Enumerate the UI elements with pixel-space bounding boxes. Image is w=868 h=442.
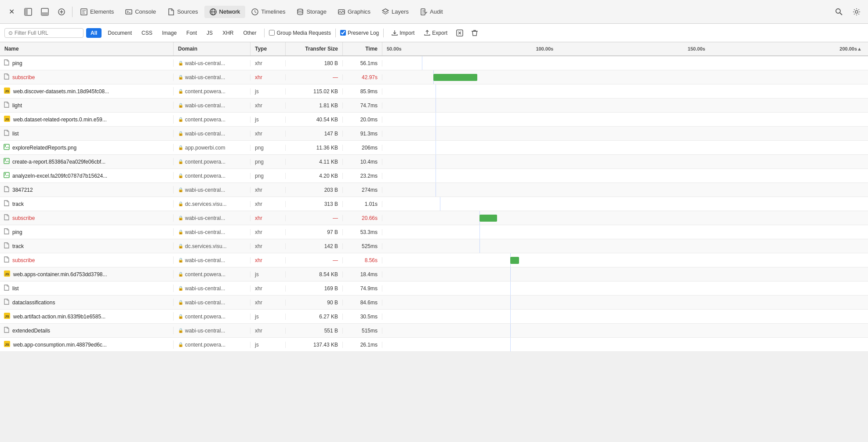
table-row[interactable]: JS web.apps-container.min.6d753dd3798...… [0, 267, 868, 281]
lock-icon: 🔒 [178, 75, 183, 80]
table-row[interactable]: dataclassifications 🔒 wabi-us-central...… [0, 296, 868, 310]
lock-icon: 🔒 [178, 328, 183, 333]
file-name: track [12, 243, 24, 249]
col-header-time[interactable]: Time [343, 42, 382, 55]
tab-console[interactable]: Console [120, 6, 161, 18]
filter-url-input[interactable] [15, 30, 76, 36]
import-button[interactable]: Import [388, 28, 418, 38]
filter-js-button[interactable]: JS [203, 28, 216, 38]
cell-size: — [286, 215, 343, 221]
cell-name: subscribe [0, 214, 174, 222]
settings-button[interactable] [849, 4, 864, 20]
preserve-log-checkbox[interactable] [340, 30, 346, 36]
table-row[interactable]: subscribe 🔒 wabi-us-central... xhr — 8.5… [0, 253, 868, 267]
cell-domain: 🔒 wabi-us-central... [174, 285, 251, 292]
waterfall-container [382, 70, 868, 84]
cell-type: xhr [251, 131, 286, 137]
search-button[interactable] [831, 4, 847, 20]
dock-left-button[interactable] [20, 4, 36, 20]
table-row[interactable]: JS web.artifact-action.min.633f9b1e6585.… [0, 310, 868, 324]
table-row[interactable]: subscribe 🔒 wabi-us-central... xhr — 42.… [0, 70, 868, 84]
delete-button[interactable] [469, 27, 481, 39]
table-row[interactable]: track 🔒 dc.services.visu... xhr 142 B 52… [0, 239, 868, 253]
table-row[interactable]: ping 🔒 wabi-us-central... xhr 97 B 53.3m… [0, 225, 868, 239]
waterfall-container [382, 253, 868, 267]
table-row[interactable]: subscribe 🔒 wabi-us-central... xhr — 20.… [0, 211, 868, 225]
tab-timelines[interactable]: Timelines [246, 6, 291, 18]
col-header-type[interactable]: Type [251, 42, 286, 55]
lock-icon: 🔒 [178, 89, 183, 94]
table-row[interactable]: JS web.dataset-related-reports.0.min.e59… [0, 113, 868, 127]
table-row[interactable]: extendedDetails 🔒 wabi-us-central... xhr… [0, 324, 868, 338]
svg-point-33 [5, 173, 6, 175]
close-button[interactable]: ✕ [4, 4, 19, 20]
lock-icon: 🔒 [178, 201, 183, 206]
cell-waterfall [382, 70, 868, 84]
cell-time: 56.1ms [343, 60, 382, 66]
group-media-checkbox[interactable] [269, 30, 275, 36]
table-row[interactable]: light 🔒 wabi-us-central... xhr 1.81 KB 7… [0, 99, 868, 113]
table-row[interactable]: exploreRelatedReports.png 🔒 app.powerbi.… [0, 141, 868, 155]
col-header-name[interactable]: Name [0, 42, 174, 55]
tab-layers[interactable]: Layers [377, 6, 414, 18]
col-header-domain[interactable]: Domain [174, 42, 251, 55]
tab-elements[interactable]: Elements [75, 6, 119, 18]
filter-document-button[interactable]: Document [104, 28, 135, 38]
table-row[interactable]: 3847212 🔒 wabi-us-central... xhr 203 B 2… [0, 183, 868, 197]
cell-domain: 🔒 dc.services.visu... [174, 201, 251, 207]
cell-time: 91.3ms [343, 131, 382, 137]
table-row[interactable]: create-a-report.85386a7ea029fe06cbf... 🔒… [0, 155, 868, 169]
cell-type: js [251, 314, 286, 320]
clear-filter-button[interactable] [454, 27, 466, 39]
dock-bottom-button[interactable] [37, 4, 53, 20]
cell-type: js [251, 271, 286, 278]
table-row[interactable]: JS web.app-consumption.min.48879ed6c... … [0, 338, 868, 352]
cell-domain: 🔒 wabi-us-central... [174, 257, 251, 263]
export-button[interactable]: Export [421, 28, 451, 38]
cell-time: 85.9ms [343, 88, 382, 95]
filter-css-button[interactable]: CSS [138, 28, 156, 38]
group-media-label[interactable]: Group Media Requests [276, 30, 330, 36]
file-name: web.app-consumption.min.48879ed6c... [13, 342, 107, 348]
cell-name: track [0, 200, 174, 208]
dock-separate-button[interactable] [54, 4, 69, 20]
cell-time: 42.97s [343, 74, 382, 80]
wf-tick-mark [436, 169, 436, 183]
cell-type: xhr [251, 285, 286, 292]
tab-storage[interactable]: Storage [291, 6, 332, 18]
cell-size: 4.20 KB [286, 173, 343, 179]
table-row[interactable]: ping 🔒 wabi-us-central... xhr 180 B 56.1… [0, 56, 868, 70]
tab-graphics[interactable]: Graphics [333, 6, 376, 18]
file-icon [4, 285, 10, 292]
table-row[interactable]: JS web.discover-datasets.min.18d945fc08.… [0, 84, 868, 99]
cell-type: xhr [251, 229, 286, 235]
filter-xhr-button[interactable]: XHR [219, 28, 237, 38]
cell-name: JS web.dataset-related-reports.0.min.e59… [0, 115, 174, 124]
tab-network[interactable]: Network [204, 6, 246, 18]
file-name: track [12, 201, 24, 207]
tab-audit[interactable]: Audit [415, 6, 448, 18]
filter-all-button[interactable]: All [86, 28, 102, 38]
table-row[interactable]: list 🔒 wabi-us-central... xhr 169 B 74.9… [0, 281, 868, 296]
filter-image-button[interactable]: Image [159, 28, 180, 38]
file-icon: JS [4, 115, 11, 124]
col-header-size[interactable]: Transfer Size [286, 42, 343, 55]
file-icon [4, 242, 10, 250]
cell-size: 115.02 KB [286, 88, 343, 95]
filter-other-button[interactable]: Other [240, 28, 260, 38]
table-row[interactable]: track 🔒 dc.services.visu... xhr 313 B 1.… [0, 197, 868, 211]
cell-waterfall [382, 239, 868, 253]
wf-label-100: 100.00s [536, 46, 553, 51]
waterfall-collapse[interactable]: ▲ [857, 46, 864, 51]
table-row[interactable]: analyzeIn-excel.fa209fc0787d7b15624... 🔒… [0, 169, 868, 183]
cell-size: 180 B [286, 60, 343, 66]
cell-time: 74.7ms [343, 102, 382, 109]
wf-bar [433, 74, 477, 81]
filter-font-button[interactable]: Font [183, 28, 200, 38]
preserve-log-label[interactable]: Preserve Log [348, 30, 379, 36]
tab-sources[interactable]: Sources [162, 6, 203, 18]
waterfall-container [382, 183, 868, 197]
table-row[interactable]: list 🔒 wabi-us-central... xhr 147 B 91.3… [0, 127, 868, 141]
cell-waterfall [382, 183, 868, 197]
cell-waterfall [382, 155, 868, 168]
